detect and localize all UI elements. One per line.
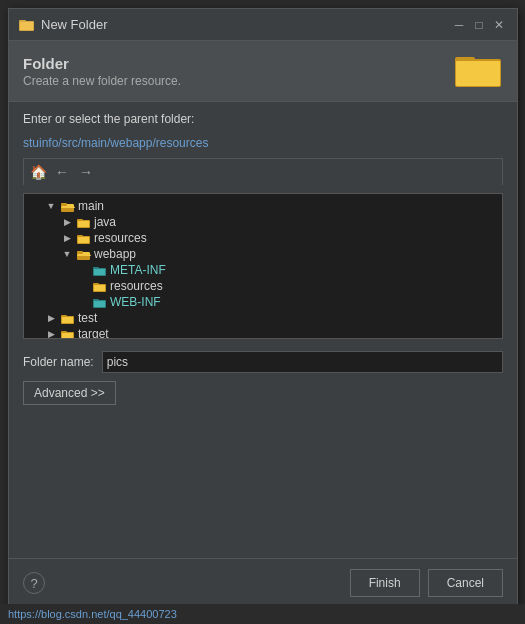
back-button[interactable]: ← (52, 162, 72, 182)
svg-rect-20 (94, 269, 105, 275)
tree-folder-icon (61, 328, 75, 339)
header-title: Folder (23, 55, 181, 72)
tree-item[interactable]: ▶target (24, 326, 502, 339)
help-section: ? (23, 572, 45, 594)
tree-item[interactable]: resources (24, 278, 502, 294)
header-subtitle: Create a new folder resource. (23, 74, 181, 88)
tree-item[interactable]: ▶test (24, 310, 502, 326)
tree-folder-icon (93, 264, 107, 277)
advanced-section: Advanced >> (23, 381, 503, 405)
tree-folder-icon (93, 296, 107, 309)
svg-rect-2 (20, 22, 33, 30)
tree-folder-icon (77, 248, 91, 261)
tree-folder-icon (77, 216, 91, 229)
svg-rect-32 (62, 333, 73, 339)
title-bar-left: New Folder (19, 17, 107, 33)
new-folder-dialog: New Folder ─ □ ✕ Folder Create a new fol… (8, 8, 518, 608)
dialog-title-icon (19, 17, 35, 33)
svg-rect-14 (78, 237, 89, 243)
forward-button[interactable]: → (76, 162, 96, 182)
tree-item[interactable]: META-INF (24, 262, 502, 278)
tree-folder-icon (93, 280, 107, 293)
tree-item-label: java (94, 215, 116, 229)
close-button[interactable]: ✕ (491, 17, 507, 33)
minimize-button[interactable]: ─ (451, 17, 467, 33)
folder-name-row: Folder name: (23, 351, 503, 373)
restore-button[interactable]: □ (471, 17, 487, 33)
tree-item-label: resources (94, 231, 147, 245)
tree-folder-icon (61, 200, 75, 213)
title-bar: New Folder ─ □ ✕ (9, 9, 517, 41)
tree-item[interactable]: ▶resources (24, 230, 502, 246)
tree-toggle-icon: ▼ (44, 199, 58, 213)
tree-toggle-icon (76, 295, 90, 309)
svg-rect-29 (62, 317, 73, 323)
svg-rect-11 (78, 221, 89, 227)
folder-name-input[interactable] (102, 351, 503, 373)
tree-item[interactable]: WEB-INF (24, 294, 502, 310)
tree-toggle-icon: ▼ (60, 247, 74, 261)
tree-item-label: target (78, 327, 109, 339)
help-button[interactable]: ? (23, 572, 45, 594)
dialog-bottom: ? Finish Cancel (9, 558, 517, 607)
svg-rect-17 (77, 251, 83, 254)
folder-name-label: Folder name: (23, 355, 94, 369)
status-link[interactable]: https://blog.csdn.net/qq_44400723 (8, 608, 177, 620)
cancel-button[interactable]: Cancel (428, 569, 503, 597)
tree-item-label: META-INF (110, 263, 166, 277)
tree-toggle-icon: ▶ (60, 215, 74, 229)
tree-item-label: WEB-INF (110, 295, 161, 309)
tree-item[interactable]: ▼webapp (24, 246, 502, 262)
tree-item-label: main (78, 199, 104, 213)
svg-rect-8 (61, 203, 67, 206)
header-text-group: Folder Create a new folder resource. (23, 55, 181, 88)
tree-folder-icon (77, 232, 91, 245)
tree-toolbar: 🏠 ← → (23, 158, 503, 185)
dialog-title: New Folder (41, 17, 107, 32)
header-folder-icon (455, 51, 503, 91)
folder-tree[interactable]: ▼main▶java▶resources▼webappMETA-INFresou… (23, 193, 503, 339)
status-bar: https://blog.csdn.net/qq_44400723 (0, 604, 525, 624)
tree-item-label: resources (110, 279, 163, 293)
current-path: stuinfo/src/main/webapp/resources (23, 136, 503, 150)
tree-item-label: test (78, 311, 97, 325)
finish-button[interactable]: Finish (350, 569, 420, 597)
home-button[interactable]: 🏠 (28, 162, 48, 182)
tree-item-label: webapp (94, 247, 136, 261)
tree-toggle-icon: ▶ (60, 231, 74, 245)
dialog-content: Enter or select the parent folder: stuin… (9, 102, 517, 558)
tree-item[interactable]: ▼main (24, 198, 502, 214)
tree-toggle-icon (76, 279, 90, 293)
svg-rect-26 (94, 301, 105, 307)
advanced-button[interactable]: Advanced >> (23, 381, 116, 405)
action-buttons: Finish Cancel (350, 569, 503, 597)
title-bar-controls: ─ □ ✕ (451, 17, 507, 33)
svg-rect-5 (456, 61, 500, 86)
tree-toggle-icon: ▶ (44, 327, 58, 339)
svg-rect-23 (94, 285, 105, 291)
tree-toggle-icon: ▶ (44, 311, 58, 325)
tree-item[interactable]: ▶java (24, 214, 502, 230)
tree-folder-icon (61, 312, 75, 325)
tree-toggle-icon (76, 263, 90, 277)
parent-folder-label: Enter or select the parent folder: (23, 112, 503, 126)
dialog-header: Folder Create a new folder resource. (9, 41, 517, 102)
